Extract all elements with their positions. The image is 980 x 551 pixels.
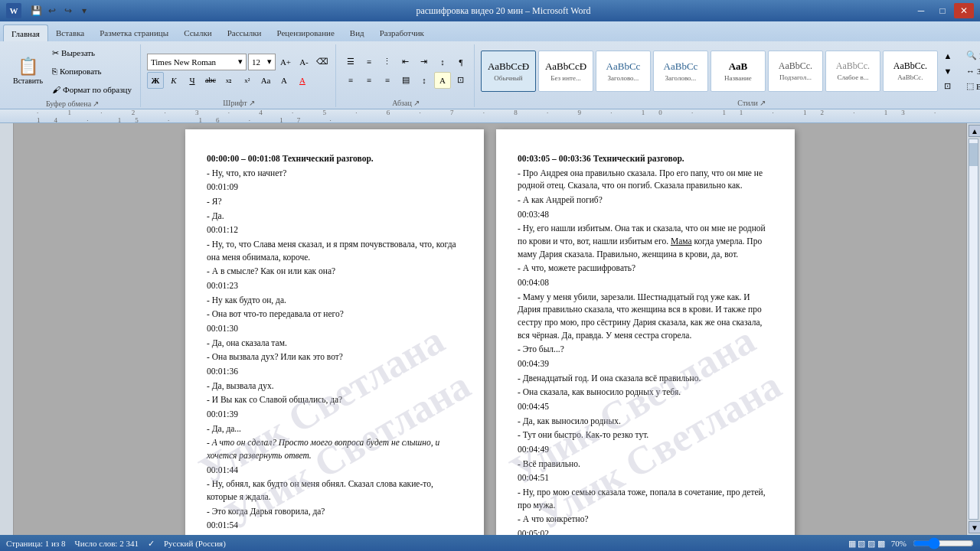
line-1-23: - Это когда Дарья говорила, да? xyxy=(207,505,462,518)
tab-insert[interactable]: Вставка xyxy=(48,24,92,41)
statusbar-right: ▦ ▧ ▨ ▩ 70% xyxy=(848,537,974,549)
line-2-12: - Она сказала, как выносило родных у теб… xyxy=(518,386,773,399)
paste-button[interactable]: 📋 Вставить xyxy=(9,51,47,91)
font-size-selector[interactable]: 12 ▾ xyxy=(248,54,276,70)
bullets-button[interactable]: ☰ xyxy=(342,54,359,70)
style-heading1[interactable]: AaBbCc Заголово... xyxy=(596,51,651,92)
align-center-button[interactable]: ≡ xyxy=(361,72,377,89)
clipboard-expand[interactable]: ↗ xyxy=(93,99,99,108)
tab-mailings[interactable]: Рассылки xyxy=(220,24,270,41)
borders-button[interactable]: ⊡ xyxy=(452,72,469,89)
font-name-dropdown-icon: ▾ xyxy=(238,57,243,67)
paragraph-expand[interactable]: ↗ xyxy=(413,99,420,107)
show-formatting-button[interactable]: ¶ xyxy=(452,54,469,70)
copy-button[interactable]: ⎘ Копировать xyxy=(48,63,136,80)
styles-up-button[interactable]: ▲ xyxy=(939,48,956,64)
line-1-12: 00:01:30 xyxy=(207,322,462,335)
font-color-button[interactable]: A xyxy=(294,72,311,89)
zoom-level: 70% xyxy=(891,539,906,548)
cut-button[interactable]: ✂ Вырезать xyxy=(48,44,136,61)
style-no-spacing[interactable]: AaBbCcÐ Без инте... xyxy=(538,51,593,92)
font-controls: Times New Roman ▾ 12 ▾ A+ A- ⌫ Ж К xyxy=(147,54,331,89)
font-name-selector[interactable]: Times New Roman ▾ xyxy=(147,54,247,70)
document-area[interactable]: Улик СветланаУлик Светлана 00:00:00 – 00… xyxy=(14,123,966,535)
statusbar-left: Страница: 1 из 8 Число слов: 2 341 ✓ Рус… xyxy=(6,539,226,549)
highlight-color-button[interactable]: A xyxy=(276,72,292,89)
close-button[interactable]: ✕ xyxy=(954,3,974,18)
tab-review[interactable]: Рецензирование xyxy=(270,24,342,41)
increase-indent-button[interactable]: ⇥ xyxy=(416,54,433,70)
font-expand[interactable]: ↗ xyxy=(249,99,255,107)
shading-button[interactable]: A xyxy=(434,72,451,89)
bold-button[interactable]: Ж xyxy=(147,72,164,89)
minimize-button[interactable]: ─ xyxy=(911,3,931,18)
line-1-11: - Она вот что-то передавала от него? xyxy=(207,308,462,321)
qa-more-button[interactable]: ▾ xyxy=(77,4,91,18)
style-subtle-emphasis[interactable]: AaBbCc. Слабое в... xyxy=(825,51,880,92)
format-painter-button[interactable]: 🖌 Формат по образцу xyxy=(48,81,136,98)
font-size-dropdown-icon: ▾ xyxy=(267,57,272,67)
select-button[interactable]: ⬚ Выделить ▾ xyxy=(962,79,980,94)
line-2-5: - Ну, его нашли избитым. Она так и сказа… xyxy=(518,222,773,260)
quick-access-toolbar: 💾 ↩ ↪ ▾ xyxy=(24,2,96,19)
style-heading2[interactable]: AaBbCc Заголово... xyxy=(653,51,708,92)
scroll-thumb[interactable] xyxy=(969,143,978,166)
scroll-track[interactable] xyxy=(969,139,978,520)
styles-more-button[interactable]: ⊡ xyxy=(939,79,956,94)
line-1-7: - Ну, то, что Слава меня сказал, и я пря… xyxy=(207,238,462,263)
case-button[interactable]: Аа xyxy=(257,72,274,89)
multilevel-list-button[interactable]: ⋮ xyxy=(379,54,396,70)
view-mode-icons: ▦ ▧ ▨ ▩ xyxy=(848,539,885,549)
tab-page-layout[interactable]: Разметка страницы xyxy=(92,24,176,41)
styles-group: AaBbCcÐ Обычный AaBbCcÐ Без инте... AaBb… xyxy=(476,44,980,107)
clipboard-group-content: 📋 Вставить ✂ Вырезать ⎘ Копировать 🖌 Фор… xyxy=(9,44,136,98)
style-title[interactable]: AaB Название xyxy=(710,51,766,92)
save-button[interactable]: 💾 xyxy=(29,4,43,18)
font-decrease-button[interactable]: A- xyxy=(296,54,312,70)
titlebar-left: W 💾 ↩ ↪ ▾ xyxy=(6,2,96,19)
styles-down-button[interactable]: ▼ xyxy=(939,64,956,79)
redo-button[interactable]: ↪ xyxy=(61,4,75,18)
scroll-up-button[interactable]: ▲ xyxy=(969,125,980,137)
justify-button[interactable]: ▤ xyxy=(397,72,414,89)
ribbon-content: 📋 Вставить ✂ Вырезать ⎘ Копировать 🖌 Фор… xyxy=(0,41,980,109)
clipboard-label: Буфер обмена ↗ xyxy=(46,99,99,108)
font-increase-button[interactable]: A+ xyxy=(277,54,294,70)
word-count: Число слов: 2 341 xyxy=(75,539,139,548)
sort-button[interactable]: ↕ xyxy=(434,54,451,70)
style-subtitle[interactable]: AaBbCc. Подзагол... xyxy=(768,51,823,92)
page-info: Страница: 1 из 8 xyxy=(6,539,66,548)
decrease-indent-button[interactable]: ⇤ xyxy=(397,54,414,70)
line-1-8: - А в смысле? Как он или как она? xyxy=(207,265,462,278)
styles-expand[interactable]: ↗ xyxy=(760,99,766,107)
superscript-button[interactable]: х² xyxy=(239,72,256,89)
tab-home[interactable]: Главная xyxy=(3,24,48,41)
align-right-button[interactable]: ≡ xyxy=(379,72,396,89)
tab-references[interactable]: Ссылки xyxy=(176,24,219,41)
numbering-button[interactable]: ≡ xyxy=(361,54,377,70)
italic-button[interactable]: К xyxy=(165,72,182,89)
align-left-button[interactable]: ≡ xyxy=(342,72,359,89)
line-1-5: - Да. xyxy=(207,210,462,223)
line-spacing-button[interactable]: ↕ xyxy=(416,72,433,89)
style-normal[interactable]: AaBbCcÐ Обычный xyxy=(481,51,536,92)
strikethrough-button[interactable]: abc xyxy=(202,72,219,89)
font-color-icon: A xyxy=(299,76,305,85)
zoom-slider[interactable] xyxy=(913,537,974,549)
tab-view[interactable]: Вид xyxy=(342,24,372,41)
undo-button[interactable]: ↩ xyxy=(45,4,59,18)
scroll-down-button[interactable]: ▼ xyxy=(969,521,980,533)
line-1-16: - Да, вызвала дух. xyxy=(207,380,462,393)
clear-format-button[interactable]: ⌫ xyxy=(314,54,331,70)
style-extra[interactable]: AaBbCc. AaBbCc. xyxy=(883,51,938,92)
maximize-button[interactable]: □ xyxy=(933,3,952,18)
underline-button[interactable]: Ч xyxy=(184,72,201,89)
find-button[interactable]: 🔍 Найти ▾ xyxy=(962,48,980,64)
subscript-button[interactable]: х₂ xyxy=(220,72,237,89)
page-1-content: 00:00:00 – 00:01:08 Технический разговор… xyxy=(207,152,462,535)
language-indicator[interactable]: Русский (Россия) xyxy=(164,539,226,548)
tab-developer[interactable]: Разработчик xyxy=(372,24,432,41)
paragraph-group: ☰ ≡ ⋮ ⇤ ⇥ ↕ ¶ ≡ ≡ ≡ ▤ ↕ A xyxy=(338,44,475,107)
line-2-9: - Это был...? xyxy=(518,343,773,356)
replace-button[interactable]: ↔ Заменить xyxy=(962,64,980,79)
